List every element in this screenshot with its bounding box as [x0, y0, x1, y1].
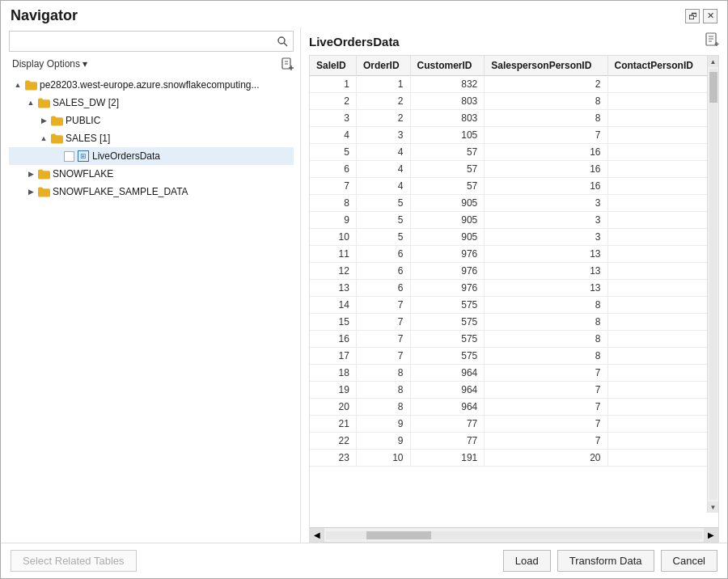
table-cell [607, 365, 707, 382]
col-customerid: CustomerID [410, 56, 485, 76]
table-cell [607, 178, 707, 195]
table-cell: 16 [485, 144, 607, 161]
table-cell: 4 [356, 161, 410, 178]
table-row: 2089647 [310, 399, 707, 416]
search-icon [277, 36, 288, 47]
vertical-scrollbar[interactable]: ▲ ▼ [707, 56, 718, 513]
data-table: SaleID OrderID CustomerID SalespersonPer… [310, 56, 707, 467]
table-cell: 8 [485, 331, 607, 348]
table-cell: 13 [485, 246, 607, 263]
table-cell: 7 [485, 382, 607, 399]
h-scroll-track [326, 531, 702, 539]
h-scroll-thumb[interactable] [366, 531, 431, 539]
transform-button[interactable]: Transform Data [557, 550, 654, 572]
table-cell: 3 [485, 229, 607, 246]
table-cell: 13 [310, 280, 356, 297]
table-cell: 21 [310, 416, 356, 433]
table-cell: 976 [410, 280, 485, 297]
table-row: 1059053 [310, 229, 707, 246]
table-cell [607, 93, 707, 110]
table-cell: 22 [310, 433, 356, 450]
table-cell: 23 [310, 450, 356, 467]
scroll-down-button[interactable]: ▼ [708, 501, 719, 513]
table-icon-liveorders: ⊞ [78, 150, 89, 162]
checkbox-liveorders[interactable] [64, 151, 74, 162]
search-button[interactable] [272, 31, 293, 52]
v-scroll-thumb[interactable] [709, 72, 717, 103]
scroll-right-button[interactable]: ▶ [704, 528, 718, 543]
table-cell [607, 433, 707, 450]
table-cell: 8 [356, 382, 410, 399]
scroll-up-button[interactable]: ▲ [708, 56, 719, 67]
table-cell: 1 [356, 76, 410, 93]
display-options-button[interactable]: Display Options ▾ [9, 57, 91, 71]
search-input[interactable] [10, 34, 272, 49]
table-inner: SaleID OrderID CustomerID SalespersonPer… [310, 56, 718, 527]
table-cell: 964 [410, 365, 485, 382]
table-cell [607, 127, 707, 144]
table-row: 1675758 [310, 331, 707, 348]
tree-item-root[interactable]: ▲ pe28203.west-europe.azure.snowflakecom… [9, 76, 294, 94]
table-cell: 19 [310, 382, 356, 399]
tree-item-sales-dw[interactable]: ▲ SALES_DW [2] [9, 94, 294, 112]
content-area: Display Options ▾ ▲ [1, 27, 727, 543]
table-scroll[interactable]: SaleID OrderID CustomerID SalespersonPer… [310, 56, 707, 467]
horizontal-scrollbar[interactable]: ◀ ▶ [310, 527, 718, 542]
table-cell [607, 212, 707, 229]
cancel-button[interactable]: Cancel [661, 550, 717, 572]
tree-label-public: PUBLIC [66, 115, 100, 126]
table-cell: 8 [356, 365, 410, 382]
table-cell [607, 450, 707, 467]
table-cell: 8 [356, 399, 410, 416]
table-cell: 8 [485, 297, 607, 314]
table-cell: 6 [356, 263, 410, 280]
bottom-bar: Select Related Tables Load Transform Dat… [1, 543, 727, 578]
table-cell [607, 331, 707, 348]
table-row: 1475758 [310, 297, 707, 314]
table-cell: 8 [485, 110, 607, 127]
table-cell [607, 348, 707, 365]
v-scroll-track [709, 69, 717, 500]
tree-item-snowflake-sample[interactable]: ▶ SNOWFLAKE_SAMPLE_DATA [9, 183, 294, 201]
table-cell: 832 [410, 76, 485, 93]
expand-icon-snowflake-sample: ▶ [25, 186, 36, 197]
table-cell: 7 [485, 433, 607, 450]
restore-button[interactable]: 🗗 [685, 9, 700, 23]
table-cell: 905 [410, 195, 485, 212]
select-related-button: Select Related Tables [11, 550, 137, 572]
scroll-left-button[interactable]: ◀ [310, 528, 324, 543]
table-cell: 803 [410, 93, 485, 110]
table-cell: 12 [310, 263, 356, 280]
table-cell: 16 [485, 178, 607, 195]
table-cell: 16 [485, 161, 607, 178]
document-icon [705, 32, 719, 47]
table-cell: 3 [310, 110, 356, 127]
tree-item-public[interactable]: ▶ PUBLIC [9, 112, 294, 129]
table-cell: 575 [410, 314, 485, 331]
preview-title: LiveOrdersData [309, 35, 400, 49]
table-cell: 8 [485, 348, 607, 365]
table-cell: 8 [485, 314, 607, 331]
tree-area[interactable]: ▲ pe28203.west-europe.azure.snowflakecom… [9, 76, 294, 543]
tree-label-sales-dw: SALES_DW [2] [53, 97, 119, 108]
table-body: 1183222280383280384310575457166457167457… [310, 76, 707, 467]
table-cell: 7 [485, 127, 607, 144]
table-cell: 7 [485, 416, 607, 433]
table-cell: 105 [410, 127, 485, 144]
tree-item-snowflake[interactable]: ▶ SNOWFLAKE [9, 165, 294, 183]
table-cell: 2 [310, 93, 356, 110]
table-cell: 964 [410, 382, 485, 399]
file-import-button[interactable] [281, 57, 294, 70]
table-cell: 6 [310, 161, 356, 178]
tree-item-liveorders[interactable]: ⊞ LiveOrdersData [9, 147, 294, 165]
table-cell: 3 [485, 212, 607, 229]
close-button[interactable]: ✕ [703, 9, 717, 23]
load-button[interactable]: Load [503, 550, 551, 572]
tree-label-root: pe28203.west-europe.azure.snowflakecompu… [40, 79, 260, 91]
table-row: 219777 [310, 416, 707, 433]
table-cell: 9 [310, 212, 356, 229]
tree-item-sales[interactable]: ▲ SALES [1] [9, 129, 294, 147]
preview-icon[interactable] [705, 32, 719, 50]
table-cell: 8 [485, 93, 607, 110]
table-cell [607, 195, 707, 212]
